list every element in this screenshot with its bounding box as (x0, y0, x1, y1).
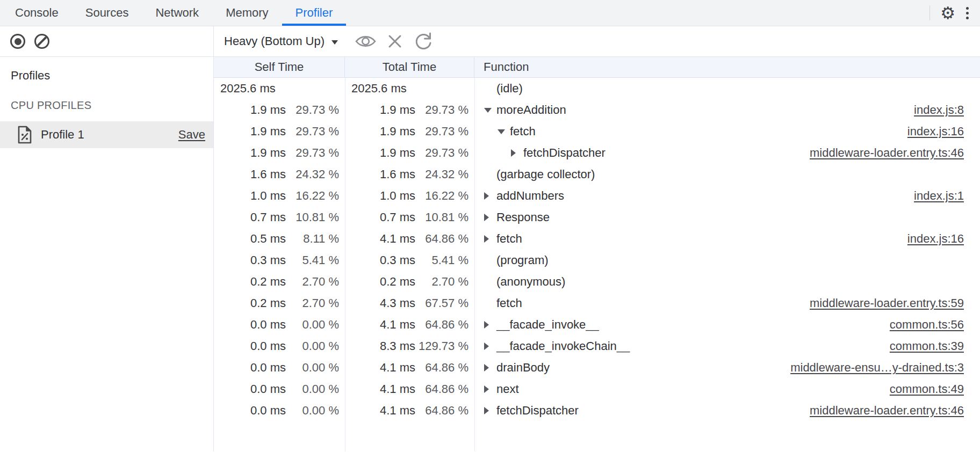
self-time-percent: 10.81 % (286, 210, 345, 224)
total-time-percent: 2.70 % (415, 275, 474, 289)
table-row[interactable]: 0.2 ms2.70 %0.2 ms2.70 %(anonymous) (214, 271, 980, 293)
table-row[interactable]: 0.5 ms8.11 %4.1 ms64.86 %fetchindex.js:1… (214, 228, 980, 250)
source-location-link[interactable]: common.ts:39 (879, 339, 964, 353)
table-row[interactable]: 0.0 ms0.00 %4.1 ms64.86 %drainBodymiddle… (214, 357, 980, 378)
self-time-ms: 0.2 ms (250, 275, 286, 289)
reload-icon[interactable] (413, 32, 433, 50)
total-time-percent: 10.81 % (415, 210, 474, 224)
table-row[interactable]: 0.0 ms0.00 %8.3 ms129.73 %__facade_invok… (214, 336, 980, 357)
source-location-link[interactable]: middleware-loader.entry.ts:46 (799, 404, 964, 418)
self-time-cell: 0.0 ms0.00 % (214, 378, 345, 400)
self-time-ms: 0.0 ms (250, 404, 286, 418)
profile-document-percent-icon (17, 125, 33, 144)
function-name: fetchDispatcher (523, 146, 606, 160)
profile-list-item-selected[interactable]: Profile 1 Save (0, 121, 213, 148)
total-time-cell: 0.7 ms10.81 % (345, 207, 474, 228)
source-location-link[interactable]: index.js:16 (897, 232, 964, 246)
self-time-ms: 1.9 ms (250, 125, 286, 138)
function-name: fetch (496, 296, 522, 310)
table-row[interactable]: 1.0 ms16.22 %1.0 ms16.22 %addNumbersinde… (214, 185, 980, 207)
settings-gear-icon[interactable]: ⚙ (940, 5, 955, 21)
self-time-percent: 16.22 % (286, 189, 345, 203)
total-time-ms: 4.1 ms (380, 318, 415, 332)
tab-memory[interactable]: Memory (212, 0, 282, 26)
function-name: moreAddition (496, 103, 566, 117)
table-row[interactable]: 0.0 ms0.00 %4.1 ms64.86 %__facade_invoke… (214, 314, 980, 336)
tab-console[interactable]: Console (2, 0, 72, 26)
source-location-link[interactable]: middleware-loader.entry.ts:46 (799, 146, 964, 160)
table-row[interactable]: 1.9 ms29.73 %1.9 ms29.73 %fetchindex.js:… (214, 121, 980, 142)
tab-profiler[interactable]: Profiler (282, 0, 347, 26)
clear-icon[interactable] (34, 34, 49, 49)
source-location-link[interactable]: middleware-loader.entry.ts:59 (799, 296, 964, 310)
save-profile-link[interactable]: Save (178, 128, 205, 142)
column-header-function[interactable]: Function (474, 57, 980, 77)
table-row[interactable]: 2025.6 ms2025.6 ms(idle) (214, 78, 980, 99)
total-time-percent: 67.57 % (415, 296, 474, 310)
function-cell: nextcommon.ts:49 (474, 378, 980, 400)
expand-arrow-right-icon[interactable] (484, 407, 496, 414)
delete-x-icon[interactable] (387, 33, 403, 49)
total-time-cell: 1.6 ms24.32 % (345, 164, 474, 185)
expand-arrow-right-icon[interactable] (484, 214, 496, 221)
self-time-percent: 24.32 % (286, 167, 345, 181)
self-time-percent: 0.00 % (286, 361, 345, 375)
total-time-ms: 8.3 ms (380, 339, 415, 353)
total-time-cell: 4.1 ms64.86 % (345, 228, 474, 250)
self-time-percent: 0.00 % (286, 318, 345, 332)
function-name: (anonymous) (496, 275, 565, 289)
total-time-percent: 29.73 % (415, 125, 474, 138)
total-time-ms: 4.3 ms (380, 296, 415, 310)
table-row[interactable]: 0.0 ms0.00 %4.1 ms64.86 %nextcommon.ts:4… (214, 378, 980, 400)
focus-eye-icon[interactable] (355, 34, 377, 49)
self-time-ms: 1.0 ms (250, 189, 286, 203)
expand-arrow-right-icon[interactable] (511, 149, 523, 157)
expand-arrow-right-icon[interactable] (484, 321, 496, 329)
source-location-link[interactable]: index.js:8 (903, 103, 964, 117)
table-row[interactable]: 0.7 ms10.81 %0.7 ms10.81 %Response (214, 207, 980, 228)
source-location-link[interactable]: index.js:16 (897, 125, 964, 138)
table-row[interactable]: 1.9 ms29.73 %1.9 ms29.73 %moreAdditionin… (214, 99, 980, 121)
self-time-ms: 0.0 ms (250, 318, 286, 332)
source-location-link[interactable]: index.js:1 (903, 189, 964, 203)
self-time-cell: 0.3 ms5.41 % (214, 250, 345, 271)
more-menu-kebab-icon[interactable] (964, 5, 971, 21)
table-row[interactable]: 0.2 ms2.70 %4.3 ms67.57 %fetchmiddleware… (214, 293, 980, 314)
expand-arrow-right-icon[interactable] (484, 192, 496, 200)
self-time-percent: 0.00 % (286, 404, 345, 418)
function-cell: fetchindex.js:16 (474, 121, 980, 142)
expand-arrow-down-icon[interactable] (484, 108, 496, 113)
expand-arrow-right-icon[interactable] (484, 385, 496, 393)
table-row[interactable]: 0.0 ms0.00 %4.1 ms64.86 %fetchDispatcher… (214, 400, 980, 421)
function-name: next (496, 382, 519, 396)
function-cell: fetchmiddleware-loader.entry.ts:59 (474, 293, 980, 314)
record-icon[interactable] (10, 34, 25, 49)
expand-arrow-right-icon[interactable] (484, 364, 496, 371)
function-cell: drainBodymiddleware-ensu…y-drained.ts:3 (474, 357, 980, 378)
expand-arrow-right-icon[interactable] (484, 235, 496, 243)
table-row[interactable]: 1.6 ms24.32 %1.6 ms24.32 %(garbage colle… (214, 164, 980, 185)
expand-arrow-right-icon[interactable] (484, 342, 496, 350)
function-name: (garbage collector) (496, 167, 595, 181)
function-cell: fetchDispatchermiddleware-loader.entry.t… (474, 142, 980, 164)
expand-arrow-down-icon[interactable] (498, 129, 510, 134)
view-mode-select[interactable]: Heavy (Bottom Up) (224, 34, 338, 48)
profiles-sidebar: Profiles CPU PROFILES Profile 1 Save (0, 57, 214, 451)
source-location-link[interactable]: middleware-ensu…y-drained.ts:3 (780, 361, 964, 375)
self-time-cell: 0.5 ms8.11 % (214, 228, 345, 250)
self-time-percent: 2.70 % (286, 275, 345, 289)
self-time-cell: 1.0 ms16.22 % (214, 185, 345, 207)
function-cell: (garbage collector) (474, 164, 980, 185)
table-row[interactable]: 1.9 ms29.73 %1.9 ms29.73 %fetchDispatche… (214, 142, 980, 164)
column-header-self-time[interactable]: Self Time (214, 57, 345, 77)
tab-sources[interactable]: Sources (72, 0, 142, 26)
self-time-ms: 0.0 ms (250, 339, 286, 353)
table-row[interactable]: 0.3 ms5.41 %0.3 ms5.41 %(program) (214, 250, 980, 271)
self-time-ms: 0.7 ms (250, 210, 286, 224)
tab-network[interactable]: Network (142, 0, 212, 26)
self-time-ms: 0.3 ms (250, 253, 286, 267)
self-time-ms: 1.6 ms (250, 167, 286, 181)
source-location-link[interactable]: common.ts:49 (879, 382, 964, 396)
column-header-total-time[interactable]: Total Time (345, 57, 474, 77)
source-location-link[interactable]: common.ts:56 (879, 318, 964, 332)
